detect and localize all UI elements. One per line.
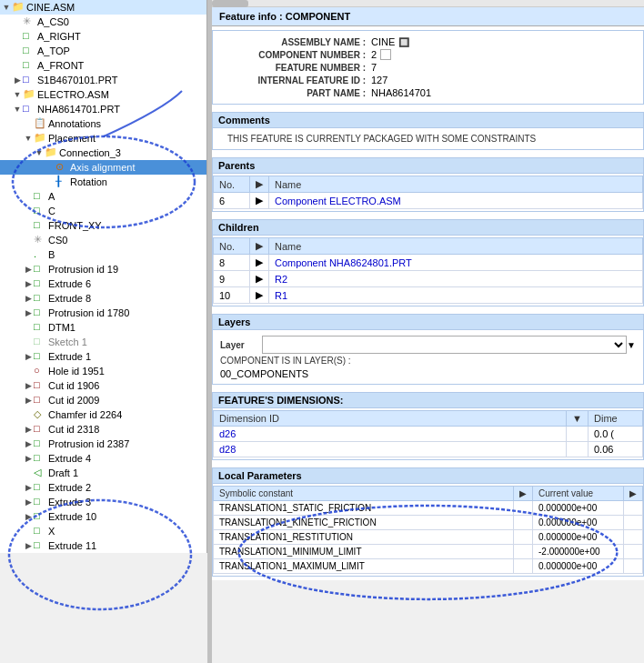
tree-icon-extrude-11: □	[34, 539, 46, 552]
tree-expand-connection-3[interactable]: ▼	[35, 146, 44, 159]
tree-item-nha-prt[interactable]: ▼□NHA8614701.PRT	[0, 102, 206, 116]
tree-item-connection-3[interactable]: ▼📁Connection_3	[0, 146, 206, 160]
tree-item-a-item[interactable]: □A	[0, 189, 206, 204]
table-row: TRANSLATION1_KINETIC_FRICTION 0.000000e+…	[214, 516, 643, 530]
tree-expand-protrusion-2387[interactable]: ▶	[24, 437, 33, 450]
tree-expand-a-cs0[interactable]	[13, 15, 22, 28]
tree-expand-dtm1[interactable]	[24, 321, 33, 334]
tree-expand-cut-1906[interactable]: ▶	[24, 379, 33, 392]
tree-item-draft-1[interactable]: ◁Draft 1	[0, 466, 206, 480]
tree-expand-sketch-1[interactable]	[24, 336, 33, 348]
tree-item-extrude-6[interactable]: ▶□Extrude 6	[0, 276, 206, 291]
tree-item-a-right[interactable]: □A_RIGHT	[0, 29, 206, 44]
tree-expand-b-item[interactable]	[24, 248, 33, 261]
tree-expand-front-xy[interactable]	[24, 219, 33, 232]
tree-expand-extrude-1[interactable]: ▶	[24, 350, 33, 363]
child-name[interactable]: R1	[269, 287, 643, 304]
tree-expand-extrude-10[interactable]: ▶	[24, 510, 33, 523]
tree-expand-cine-asm[interactable]: ▼	[2, 1, 11, 14]
tree-item-c-item[interactable]: □C	[0, 204, 206, 218]
tree-item-extrude-3[interactable]: ▶□Extrude 3	[0, 495, 206, 509]
tree-expand-placement[interactable]: ▼	[24, 132, 33, 145]
top-scrollbar-thumb[interactable]	[212, 0, 248, 7]
tree-item-extrude-2[interactable]: ▶□Extrude 2	[0, 480, 206, 495]
tree-expand-cs0[interactable]	[24, 234, 33, 246]
tree-expand-cut-2318[interactable]: ▶	[24, 423, 33, 436]
tree-expand-extrude-4[interactable]: ▶	[24, 452, 33, 465]
tree-item-dtm1[interactable]: □DTM1	[0, 320, 206, 335]
tree-expand-extrude-6[interactable]: ▶	[24, 277, 33, 290]
tree-item-front-xy[interactable]: □FRONT_XY	[0, 218, 206, 233]
tree-expand-protrusion-19[interactable]: ▶	[24, 263, 33, 276]
tree-expand-draft-1[interactable]	[24, 467, 33, 479]
param-arrow2	[624, 516, 643, 530]
tree-item-extrude-10[interactable]: ▶□Extrude 10	[0, 509, 206, 524]
tree-item-cut-2009[interactable]: ▶□Cut id 2009	[0, 393, 206, 407]
tree-item-b-item[interactable]: .B	[0, 247, 206, 262]
layer-dropdown[interactable]	[262, 336, 627, 354]
tree-expand-extrude-3[interactable]: ▶	[24, 496, 33, 508]
tree-expand-cut-2009[interactable]: ▶	[24, 394, 33, 407]
table-row: TRANSLATION1_STATIC_FRICTION 0.000000e+0…	[214, 501, 643, 516]
tree-item-chamfer-2264[interactable]: ◇Chamfer id 2264	[0, 407, 206, 422]
tree-item-protrusion-19[interactable]: ▶□Protrusion id 19	[0, 262, 206, 276]
tree-item-extrude-1[interactable]: ▶□Extrude 1	[0, 349, 206, 364]
child-name[interactable]: R2	[269, 271, 643, 287]
param-value: 0.000000e+00	[533, 530, 624, 545]
tree-label-extrude-1: Extrude 1	[48, 351, 91, 362]
tree-item-x-item[interactable]: □X	[0, 524, 206, 538]
layer-dropdown-arrow[interactable]: ▼	[627, 340, 636, 350]
tree-item-extrude-8[interactable]: ▶□Extrude 8	[0, 291, 206, 306]
tree-item-extrude-11[interactable]: ▶□Extrude 11	[0, 538, 206, 553]
tree-expand-s1b-prt[interactable]: ▶	[13, 74, 22, 86]
tree-item-a-front[interactable]: □A_FRONT	[0, 58, 206, 73]
feature-number-row: FEATURE NUMBER : 7	[220, 62, 636, 73]
tree-item-cut-1906[interactable]: ▶□Cut id 1906	[0, 378, 206, 393]
table-row: 8 ▶ Component NHA8624801.PRT	[214, 255, 643, 271]
tree-item-axis-alignment[interactable]: ⊙Axis alignment	[0, 160, 206, 175]
tree-item-hole-1951[interactable]: ○Hole id 1951	[0, 364, 206, 378]
tree-icon-a-cs0: ✳	[23, 15, 35, 28]
tree-expand-extrude-8[interactable]: ▶	[24, 292, 33, 305]
tree-item-extrude-4[interactable]: ▶□Extrude 4	[0, 451, 206, 466]
tree-item-sketch-1[interactable]: □Sketch 1	[0, 335, 206, 349]
tree-icon-c-item: □	[34, 205, 46, 217]
tree-item-a-cs0[interactable]: ✳A_CS0	[0, 15, 206, 29]
tree-expand-axis-alignment[interactable]	[45, 161, 55, 174]
tree-label-rotation: Rotation	[70, 176, 107, 187]
tree-item-protrusion-2387[interactable]: ▶□Protrusion id 2387	[0, 437, 206, 451]
tree-item-cine-asm[interactable]: ▼📁CINE.ASM	[0, 0, 206, 15]
tree-expand-annotations[interactable]	[24, 117, 33, 130]
tree-item-electro-asm[interactable]: ▼📁ELECTRO.ASM	[0, 87, 206, 102]
tree-expand-x-item[interactable]	[24, 525, 33, 537]
tree-expand-electro-asm[interactable]: ▼	[13, 88, 22, 101]
tree-expand-chamfer-2264[interactable]	[24, 408, 33, 421]
tree-expand-nha-prt[interactable]: ▼	[13, 103, 22, 116]
tree-expand-extrude-2[interactable]: ▶	[24, 481, 33, 494]
tree-item-protrusion-1780[interactable]: ▶□Protrusion id 1780	[0, 306, 206, 320]
tree-expand-a-item[interactable]	[24, 190, 33, 203]
tree-expand-rotation[interactable]	[45, 176, 55, 188]
tree-expand-a-right[interactable]	[13, 30, 22, 43]
tree-expand-a-top[interactable]	[13, 45, 22, 57]
tree-item-cs0[interactable]: ✳CS0	[0, 233, 206, 247]
tree-item-a-top[interactable]: □A_TOP	[0, 44, 206, 58]
tree-expand-c-item[interactable]	[24, 205, 33, 217]
dim-value: 0.0 (	[589, 427, 643, 442]
tree-item-annotations[interactable]: 📋Annotations	[0, 116, 206, 131]
parent-name[interactable]: Component ELECTRO.ASM	[269, 193, 643, 209]
tree-expand-extrude-11[interactable]: ▶	[24, 539, 33, 552]
tree-expand-a-front[interactable]	[13, 59, 22, 72]
dim-id[interactable]: d28	[214, 442, 567, 457]
top-scrollbar[interactable]	[212, 0, 644, 7]
tree-expand-protrusion-1780[interactable]: ▶	[24, 306, 33, 319]
children-table-header-row: No. ▶ Name	[214, 238, 643, 255]
child-name[interactable]: Component NHA8624801.PRT	[269, 255, 643, 271]
tree-item-rotation[interactable]: ╂Rotation	[0, 175, 206, 189]
tree-item-s1b-prt[interactable]: ▶□S1B4670101.PRT	[0, 73, 206, 87]
tree-item-placement[interactable]: ▼📁Placement	[0, 131, 206, 146]
dim-id[interactable]: d26	[214, 427, 567, 442]
tree-expand-hole-1951[interactable]	[24, 365, 33, 377]
tree-item-cut-2318[interactable]: ▶□Cut id 2318	[0, 422, 206, 437]
tree-label-extrude-4: Extrude 4	[48, 453, 91, 464]
